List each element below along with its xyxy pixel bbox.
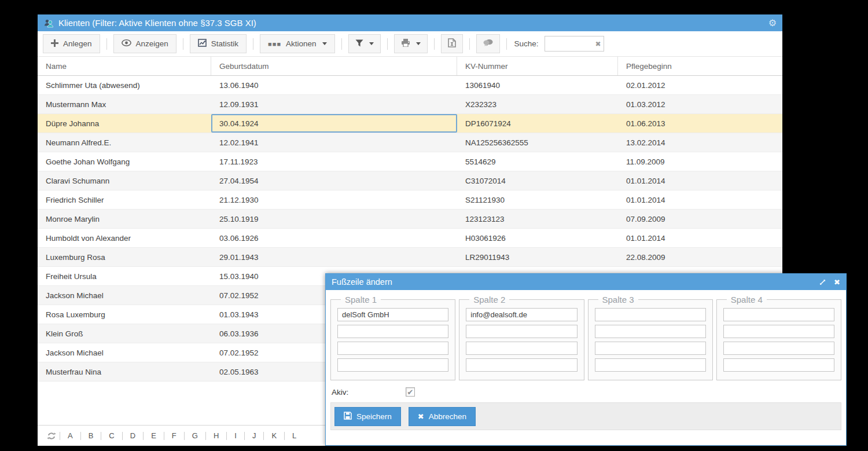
cell-kv[interactable]: 123123123 — [457, 210, 618, 228]
cell-name[interactable]: Schlimmer Uta (abwesend) — [38, 76, 211, 94]
aktionen-button[interactable]: ■■■ Aktionen — [260, 34, 334, 53]
cell-kv[interactable]: NA125256362555 — [457, 133, 618, 152]
cell-pflegebeginn[interactable]: 13.02.2014 — [618, 133, 782, 152]
footer-line-2-input[interactable] — [723, 325, 834, 338]
statistik-button[interactable]: Statistik — [190, 34, 247, 53]
chat-button[interactable] — [476, 34, 500, 53]
cell-kv[interactable]: LR29011943 — [457, 248, 618, 266]
cell-name[interactable]: Neumann Alfred.E. — [38, 133, 211, 152]
gear-icon[interactable]: ⚙ — [768, 19, 777, 28]
cell-name[interactable]: Rosa Luxemburg — [38, 305, 211, 324]
cell-name[interactable]: Jackson Michael — [38, 286, 211, 305]
letter-filter-b[interactable]: B — [81, 431, 101, 440]
column-header-name[interactable]: Name — [38, 57, 211, 75]
cell-geburtsdatum[interactable]: 13.06.1940 — [211, 76, 457, 94]
cell-geburtsdatum[interactable]: 30.04.1924 — [211, 114, 457, 133]
footer-line-4-input[interactable] — [723, 358, 834, 372]
cell-kv[interactable]: S21121930 — [457, 190, 618, 209]
cell-geburtsdatum[interactable]: 12.09.1931 — [211, 95, 457, 113]
table-row[interactable]: Claravi Schumann27.04.1954C3107201401.01… — [38, 171, 782, 190]
footer-line-4-input[interactable] — [466, 358, 577, 372]
cell-pflegebeginn[interactable]: 07.09.2009 — [618, 210, 782, 228]
cell-name[interactable]: Friedrich Schiller — [38, 190, 211, 209]
cell-name[interactable]: Luxemburg Rosa — [38, 248, 211, 266]
column-header-pflegebeginn[interactable]: Pflegebeginn — [618, 57, 782, 75]
letter-filter-e[interactable]: E — [144, 431, 164, 440]
footer-line-1-input[interactable] — [595, 308, 706, 321]
cell-name[interactable]: Düpre Johanna — [38, 114, 211, 133]
maximize-icon[interactable] — [819, 278, 826, 286]
letter-filter-l[interactable]: L — [285, 431, 304, 440]
cell-name[interactable]: Klein Groß — [38, 324, 211, 343]
print-button[interactable] — [394, 34, 428, 53]
footer-line-4-input[interactable] — [337, 358, 448, 372]
anzeigen-button[interactable]: Anzeigen — [113, 34, 176, 53]
footer-line-3-input[interactable] — [723, 342, 834, 355]
cell-name[interactable]: Goethe Johan Wolfgang — [38, 152, 211, 171]
footer-line-2-input[interactable] — [466, 325, 577, 338]
footer-line-3-input[interactable] — [466, 342, 577, 355]
save-button[interactable]: Speichern — [334, 407, 401, 426]
letter-filter-f[interactable]: F — [164, 431, 184, 440]
cell-pflegebeginn[interactable]: 22.08.2009 — [618, 248, 782, 266]
cell-geburtsdatum[interactable]: 29.01.1943 — [211, 248, 457, 266]
active-checkbox[interactable]: ✔ — [406, 387, 415, 397]
footer-line-4-input[interactable] — [595, 358, 706, 372]
table-row[interactable]: Goethe Johan Wolfgang17.11.1923551462911… — [38, 152, 782, 171]
cell-name[interactable]: Claravi Schumann — [38, 171, 211, 190]
cell-geburtsdatum[interactable]: 25.10.1919 — [211, 210, 457, 228]
cell-kv[interactable]: X232323 — [457, 95, 618, 113]
cell-pflegebeginn[interactable]: 01.01.2014 — [618, 171, 782, 190]
table-row[interactable]: Neumann Alfred.E.12.02.1941NA12525636255… — [38, 133, 782, 152]
cell-pflegebeginn[interactable]: 11.09.2009 — [618, 152, 782, 171]
export-button[interactable] — [441, 34, 463, 53]
letter-filter-k[interactable]: K — [264, 431, 284, 440]
letter-filter-h[interactable]: H — [206, 431, 226, 440]
table-row[interactable]: Humboldt von Alexander03.06.1926H0306192… — [38, 229, 782, 248]
letter-filter-d[interactable]: D — [123, 431, 143, 440]
letter-filter-i[interactable]: I — [227, 431, 244, 440]
cell-pflegebeginn[interactable]: 01.01.2014 — [618, 190, 782, 209]
cell-kv[interactable]: DP16071924 — [457, 114, 618, 133]
column-header-geburtsdatum[interactable]: Geburtsdatum — [211, 57, 457, 75]
table-row[interactable]: Monroe Marylin25.10.191912312312307.09.2… — [38, 210, 782, 229]
cell-kv[interactable]: 13061940 — [457, 76, 618, 94]
filter-button[interactable] — [348, 34, 381, 53]
table-row[interactable]: Schlimmer Uta (abwesend)13.06.1940130619… — [38, 76, 782, 95]
cell-name[interactable]: Mustermann Max — [38, 95, 211, 113]
footer-line-3-input[interactable] — [337, 342, 448, 355]
cell-kv[interactable]: C31072014 — [457, 171, 618, 190]
cell-geburtsdatum[interactable]: 03.06.1926 — [211, 229, 457, 247]
cell-name[interactable]: Humboldt von Alexander — [38, 229, 211, 247]
clear-search-icon[interactable]: ✖ — [595, 41, 601, 47]
cell-kv[interactable]: H03061926 — [457, 229, 618, 247]
footer-line-1-input[interactable] — [466, 308, 577, 321]
cell-pflegebeginn[interactable]: 01.03.2012 — [618, 95, 782, 113]
cancel-button[interactable]: ✖ Abbrechen — [409, 407, 476, 426]
table-row[interactable]: Friedrich Schiller21.12.1930S2112193001.… — [38, 190, 782, 210]
footer-line-1-input[interactable] — [337, 308, 448, 321]
cell-geburtsdatum[interactable]: 17.11.1923 — [211, 152, 457, 171]
table-row[interactable]: Düpre Johanna30.04.1924DP1607192401.06.2… — [38, 114, 782, 133]
close-icon[interactable]: ✖ — [834, 278, 840, 286]
letter-filter-c[interactable]: C — [101, 431, 122, 440]
letter-filter-g[interactable]: G — [185, 431, 205, 440]
cell-name[interactable]: Monroe Marylin — [38, 210, 211, 228]
cell-name[interactable]: Jackson Michael — [38, 343, 211, 362]
refresh-icon[interactable] — [47, 431, 56, 441]
footer-line-3-input[interactable] — [595, 342, 706, 355]
cell-pflegebeginn[interactable]: 01.01.2014 — [618, 229, 782, 247]
cell-pflegebeginn[interactable]: 02.01.2012 — [618, 76, 782, 94]
cell-kv[interactable]: 5514629 — [457, 152, 618, 171]
column-header-kv-nummer[interactable]: KV-Nummer — [457, 57, 618, 75]
cell-geburtsdatum[interactable]: 27.04.1954 — [211, 171, 457, 190]
anlegen-button[interactable]: Anlegen — [43, 34, 100, 53]
footer-line-2-input[interactable] — [595, 325, 706, 338]
table-row[interactable]: Luxemburg Rosa29.01.1943LR2901194322.08.… — [38, 248, 782, 267]
cell-geburtsdatum[interactable]: 21.12.1930 — [211, 190, 457, 209]
cell-name[interactable]: Musterfrau Nina — [38, 362, 211, 381]
table-row[interactable]: Mustermann Max12.09.1931X23232301.03.201… — [38, 95, 782, 114]
letter-filter-a[interactable]: A — [60, 431, 80, 440]
cell-name[interactable]: Freiheit Ursula — [38, 267, 211, 285]
letter-filter-j[interactable]: J — [245, 431, 264, 440]
